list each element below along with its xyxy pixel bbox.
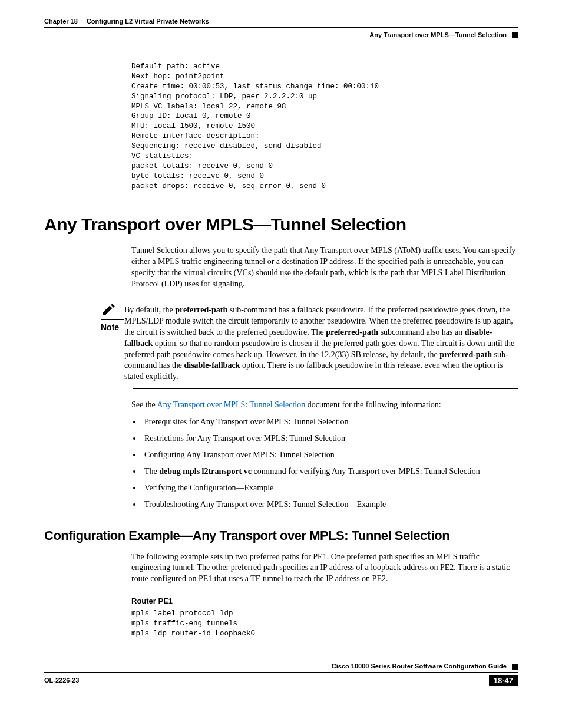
- note-text: subcommand also has an: [378, 328, 465, 337]
- see-text: document for the following information:: [305, 400, 441, 409]
- note-block: Note By default, the preferred-path sub-…: [101, 302, 518, 389]
- list-item: The debug mpls l2transport vc command fo…: [142, 466, 518, 477]
- note-bold: preferred-path: [175, 305, 227, 314]
- doc-link[interactable]: Any Transport over MPLS: Tunnel Selectio…: [157, 400, 306, 409]
- chapter-number: Chapter 18: [44, 18, 78, 25]
- note-bold: preferred-path: [326, 328, 378, 337]
- list-text: command for verifying Any Transport over…: [252, 467, 480, 476]
- list-item: Troubleshooting Any Transport over MPLS:…: [142, 499, 518, 510]
- chapter-line: Chapter 18 Configuring L2 Virtual Privat…: [44, 18, 518, 25]
- page-header: Chapter 18 Configuring L2 Virtual Privat…: [44, 18, 518, 28]
- page-footer: Cisco 10000 Series Router Software Confi…: [44, 663, 518, 686]
- chapter-title: Configuring L2 Virtual Private Networks: [87, 18, 209, 25]
- list-text: The: [144, 467, 159, 476]
- see-text: See the: [131, 400, 157, 409]
- code-config-block: mpls label protocol ldp mpls traffic-eng…: [131, 609, 518, 639]
- marker-square-icon: [512, 32, 518, 38]
- main-heading: Any Transport over MPLS—Tunnel Selection: [44, 215, 518, 235]
- list-item: Restrictions for Any Transport over MPLS…: [142, 433, 518, 444]
- list-item: Prerequisites for Any Transport over MPL…: [142, 417, 518, 428]
- note-bold: preferred-path: [439, 350, 492, 359]
- intro-paragraph: Tunnel Selection allows you to specify t…: [131, 245, 518, 290]
- see-paragraph: See the Any Transport over MPLS: Tunnel …: [131, 400, 518, 411]
- note-pen-icon: [101, 309, 116, 319]
- router-label: Router PE1: [131, 597, 518, 605]
- note-text: By default, the: [124, 305, 175, 314]
- bullet-list: Prerequisites for Any Transport over MPL…: [131, 417, 518, 510]
- footer-guide: Cisco 10000 Series Router Software Confi…: [44, 663, 518, 673]
- example-paragraph: The following example sets up two prefer…: [131, 552, 518, 585]
- section-marker: Any Transport over MPLS—Tunnel Selection: [44, 31, 518, 38]
- footer-square-icon: [512, 664, 518, 670]
- doc-id: OL-2226-23: [44, 677, 79, 684]
- page-number: 18-47: [489, 675, 518, 686]
- list-bold: debug mpls l2transport vc: [159, 467, 252, 476]
- sub-heading: Configuration Example—Any Transport over…: [44, 528, 518, 543]
- note-label: Note: [101, 319, 124, 332]
- section-title: Any Transport over MPLS—Tunnel Selection: [369, 31, 507, 38]
- note-content: By default, the preferred-path sub-comma…: [124, 302, 518, 383]
- code-output-block: Default path: active Next hop: point2poi…: [131, 62, 518, 191]
- note-bold: disable-fallback: [184, 361, 240, 370]
- list-item: Configuring Any Transport over MPLS: Tun…: [142, 450, 518, 461]
- guide-title: Cisco 10000 Series Router Software Confi…: [332, 663, 507, 670]
- list-item: Verifying the Configuration—Example: [142, 483, 518, 494]
